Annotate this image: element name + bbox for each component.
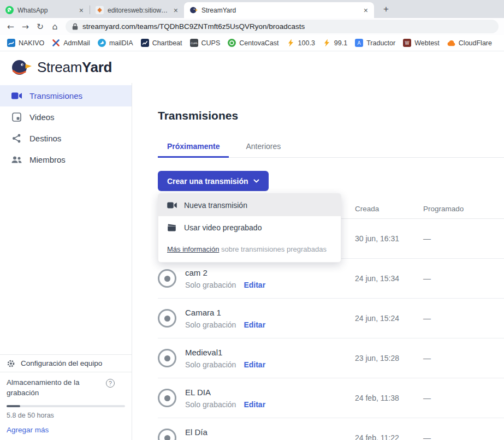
tab-title: WhatsApp <box>17 7 74 14</box>
tab-separator <box>90 5 90 14</box>
streamyard-header: StreamYard <box>0 51 504 83</box>
bookmark-admmail[interactable]: AdmMail <box>48 37 94 49</box>
mas-informacion-link[interactable]: Más información <box>167 245 219 253</box>
whatsapp-favicon <box>5 6 14 14</box>
broadcast-tabs: Próximamente Anteriores <box>158 141 504 158</box>
storage-progress-bar <box>7 405 125 407</box>
bookmark-100-3[interactable]: 100.3 <box>283 37 319 49</box>
sidebar-item-transmisiones[interactable]: Transmisiones <box>0 85 132 106</box>
column-programado: Programado <box>423 205 504 213</box>
streamyard-logo[interactable]: StreamYard <box>37 59 112 76</box>
svg-text:CUPS: CUPS <box>191 42 197 45</box>
menu-item-video-pregrabado[interactable]: Usar video pregrabado <box>158 216 341 239</box>
cups-favicon: CUPS <box>190 39 198 47</box>
bookmark-maildia[interactable]: mailDIA <box>94 37 137 49</box>
close-icon[interactable]: × <box>172 7 180 14</box>
edit-link[interactable]: Editar <box>244 400 265 409</box>
dropdown-info-text: Más información sobre transmisiones preg… <box>158 239 341 262</box>
close-icon[interactable]: × <box>362 7 370 14</box>
sidebar-item-miembros[interactable]: Miembros <box>0 149 132 170</box>
tab-title: editoresweb:sitioweb:eldia.co <box>108 7 168 14</box>
browser-tab-whatsapp[interactable]: WhatsApp × <box>0 2 90 18</box>
screen: WhatsApp × editoresweb:sitioweb:eldia.co… <box>0 0 504 440</box>
centovacast-favicon <box>228 39 236 47</box>
table-row[interactable]: cam 2 Solo grabaciónEditar 24 jun, 15:34… <box>158 259 504 299</box>
create-broadcast-button[interactable]: Crear una transmisión <box>158 171 269 191</box>
menu-item-label: Nueva transmisión <box>184 201 247 210</box>
url-path: /teams/TQDhBC9ZNTmft6z5UsQVRyon/broadcas… <box>135 22 305 31</box>
table-row[interactable]: EL DIA Solo grabaciónEditar 24 feb, 11:3… <box>158 378 504 418</box>
scheduled-cell: — <box>423 314 504 323</box>
lightning-favicon <box>287 39 295 47</box>
back-icon[interactable]: ← <box>3 22 18 32</box>
sidebar-item-label: Videos <box>29 112 55 122</box>
created-cell: 30 jun, 16:31 <box>355 234 423 243</box>
close-icon[interactable]: × <box>78 7 85 14</box>
address-bar[interactable]: streamyard.com/teams/TQDhBC9ZNTmft6z5UsQ… <box>66 20 499 33</box>
table-row[interactable]: Medieval1 Solo grabaciónEditar 23 jun, 1… <box>158 338 504 378</box>
tab-title: StreamYard <box>201 7 358 14</box>
add-more-link[interactable]: Agregar más <box>7 426 49 434</box>
scheduled-cell: — <box>423 433 504 440</box>
bookmark-cloudflare[interactable]: CloudFlare <box>443 37 496 49</box>
eldia-favicon <box>96 6 104 14</box>
edit-link[interactable]: Editar <box>244 360 265 369</box>
tab-strip: WhatsApp × editoresweb:sitioweb:eldia.co… <box>0 0 504 18</box>
help-icon[interactable]: ? <box>106 379 115 388</box>
tab-proximamente[interactable]: Próximamente <box>158 141 229 158</box>
chevron-down-icon <box>253 179 259 183</box>
share-icon <box>11 134 22 143</box>
sidebar-item-label: Miembros <box>29 155 66 164</box>
admmail-favicon <box>52 39 60 47</box>
sidebar-item-videos[interactable]: Videos <box>0 106 132 128</box>
video-camera-icon <box>167 202 177 209</box>
browser-chrome: WhatsApp × editoresweb:sitioweb:eldia.co… <box>0 0 504 51</box>
translate-favicon: A <box>355 39 363 47</box>
address-toolbar: ← → ↻ ⌂ streamyard.com/teams/TQDhBC9ZNTm… <box>0 18 504 35</box>
tab-anteriores[interactable]: Anteriores <box>236 141 290 158</box>
scheduled-cell: — <box>423 234 504 243</box>
new-tab-button[interactable]: + <box>379 2 393 16</box>
svg-text:A: A <box>358 40 361 46</box>
bookmark-label: CUPS <box>201 39 221 47</box>
bookmark-nakivo[interactable]: NAKIVO <box>3 37 48 49</box>
video-camera-icon <box>11 92 22 99</box>
table-row[interactable]: El Día Solo grabaciónEditar 24 feb, 11:2… <box>158 418 504 440</box>
bookmark-label: CentovaCast <box>239 39 278 47</box>
bookmark-chartbeat[interactable]: Chartbeat <box>137 37 186 49</box>
bookmark-label: AdmMail <box>63 39 90 47</box>
svg-text:W: W <box>405 41 410 46</box>
bookmark-99-1[interactable]: 99.1 <box>319 37 351 49</box>
reload-icon[interactable]: ↻ <box>33 22 48 32</box>
video-library-icon <box>11 112 22 122</box>
bookmark-centovacast[interactable]: CentovaCast <box>224 37 282 49</box>
bookmark-label: mailDIA <box>109 39 133 47</box>
edit-link[interactable]: Editar <box>244 281 265 289</box>
chartbeat-favicon <box>141 39 149 47</box>
scheduled-cell: — <box>423 274 504 283</box>
lock-icon <box>72 23 78 30</box>
created-cell: 24 jun, 15:34 <box>355 274 423 283</box>
edit-link[interactable]: Editar <box>244 320 265 329</box>
browser-tab-eldia[interactable]: editoresweb:sitioweb:eldia.co × <box>90 2 184 18</box>
bookmark-label: Traductor <box>366 39 395 47</box>
streamyard-logo-icon <box>11 58 32 76</box>
home-icon[interactable]: ⌂ <box>48 22 62 32</box>
storage-progress-fill <box>7 405 20 407</box>
menu-item-nueva-transmision[interactable]: Nueva transmisión <box>158 194 341 216</box>
browser-tab-streamyard[interactable]: StreamYard × <box>184 2 374 18</box>
bookmark-webtest[interactable]: WWebtest <box>399 37 443 49</box>
recording-icon <box>158 349 176 367</box>
sidebar-item-destinos[interactable]: Destinos <box>0 128 132 149</box>
table-row[interactable]: Camara 1 Solo grabaciónEditar 24 jun, 15… <box>158 299 504 338</box>
bookmark-cups[interactable]: CUPSCUPS <box>186 37 224 49</box>
bookmark-traductor[interactable]: ATraductor <box>351 37 399 49</box>
bookmark-label: Webtest <box>414 39 440 47</box>
forward-icon[interactable]: → <box>18 22 33 32</box>
sidebar-item-label: Destinos <box>29 134 61 143</box>
recording-icon <box>158 429 176 440</box>
team-settings-button[interactable]: Configuración del equipo <box>0 354 132 372</box>
team-settings-label: Configuración del equipo <box>21 359 102 367</box>
created-cell: 24 feb, 11:22 <box>355 433 423 440</box>
bookmark-label: 99.1 <box>334 39 347 47</box>
